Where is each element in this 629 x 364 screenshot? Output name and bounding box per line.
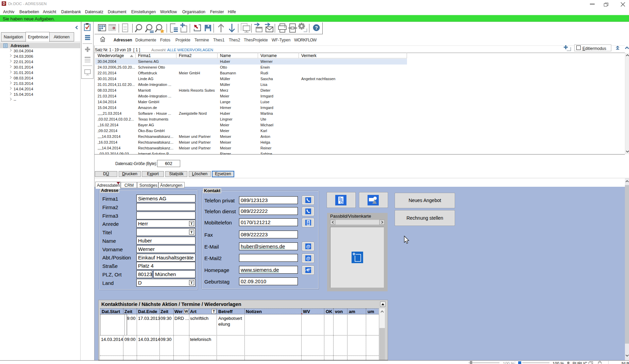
svg-text:?: ? bbox=[315, 25, 318, 31]
